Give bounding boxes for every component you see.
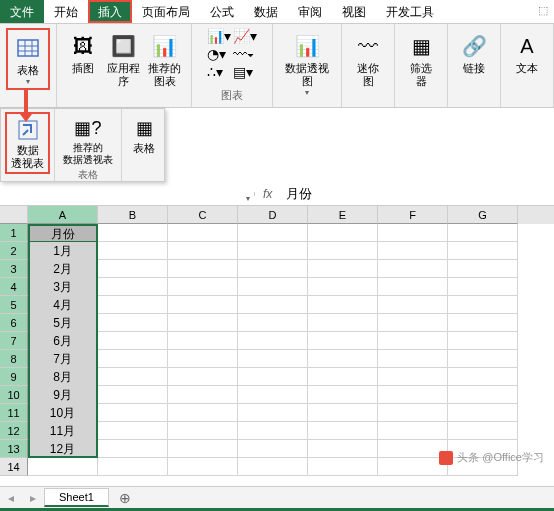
row-header[interactable]: 7 bbox=[0, 332, 28, 350]
cell[interactable] bbox=[308, 260, 378, 278]
row-header[interactable]: 8 bbox=[0, 350, 28, 368]
cell[interactable] bbox=[378, 242, 448, 260]
sheet-nav-prev[interactable]: ◂ bbox=[0, 491, 22, 505]
cell[interactable] bbox=[168, 422, 238, 440]
pictures-button[interactable]: 🖼 插图 bbox=[63, 28, 103, 90]
tab-dev[interactable]: 开发工具 bbox=[376, 0, 444, 23]
cell[interactable] bbox=[168, 224, 238, 242]
cell[interactable]: 8月 bbox=[28, 368, 98, 386]
cell[interactable] bbox=[98, 404, 168, 422]
cell[interactable] bbox=[238, 350, 308, 368]
col-header-b[interactable]: B bbox=[98, 206, 168, 224]
cell[interactable] bbox=[378, 404, 448, 422]
cell[interactable] bbox=[378, 260, 448, 278]
row-header[interactable]: 13 bbox=[0, 440, 28, 458]
row-header[interactable]: 14 bbox=[0, 458, 28, 476]
cell[interactable] bbox=[238, 332, 308, 350]
cell[interactable] bbox=[308, 278, 378, 296]
cell[interactable] bbox=[378, 224, 448, 242]
cell[interactable] bbox=[238, 422, 308, 440]
col-header-f[interactable]: F bbox=[378, 206, 448, 224]
cell[interactable] bbox=[168, 260, 238, 278]
cell[interactable] bbox=[308, 368, 378, 386]
col-header-c[interactable]: C bbox=[168, 206, 238, 224]
cell[interactable]: 5月 bbox=[28, 314, 98, 332]
collapse-ribbon-icon[interactable]: ⬚ bbox=[538, 4, 548, 17]
cell[interactable] bbox=[378, 458, 448, 476]
cell[interactable] bbox=[448, 404, 518, 422]
cell[interactable] bbox=[168, 332, 238, 350]
sparklines-button[interactable]: 〰 迷你图 bbox=[348, 28, 388, 90]
cell[interactable] bbox=[308, 458, 378, 476]
cell[interactable] bbox=[308, 404, 378, 422]
cell[interactable] bbox=[448, 278, 518, 296]
cell[interactable] bbox=[238, 458, 308, 476]
cell[interactable] bbox=[168, 350, 238, 368]
cell[interactable] bbox=[98, 332, 168, 350]
cell[interactable] bbox=[98, 224, 168, 242]
cell[interactable] bbox=[448, 332, 518, 350]
row-header[interactable]: 3 bbox=[0, 260, 28, 278]
recommended-pivot-button[interactable]: ▦? 推荐的 数据透视表 bbox=[59, 112, 117, 168]
cell[interactable]: 2月 bbox=[28, 260, 98, 278]
cell[interactable] bbox=[98, 422, 168, 440]
sheet-tab[interactable]: Sheet1 bbox=[44, 488, 109, 507]
col-header-a[interactable]: A bbox=[28, 206, 98, 224]
cell[interactable] bbox=[168, 440, 238, 458]
tables-button[interactable]: 表格 ▾ bbox=[6, 28, 50, 90]
cell[interactable] bbox=[168, 368, 238, 386]
cell[interactable] bbox=[378, 350, 448, 368]
cell[interactable]: 4月 bbox=[28, 296, 98, 314]
cell[interactable] bbox=[98, 314, 168, 332]
cell[interactable]: 月份 bbox=[28, 224, 98, 242]
tab-file[interactable]: 文件 bbox=[0, 0, 44, 23]
cell[interactable] bbox=[238, 368, 308, 386]
cell[interactable] bbox=[28, 458, 98, 476]
cell[interactable] bbox=[378, 440, 448, 458]
col-header-e[interactable]: E bbox=[308, 206, 378, 224]
cell[interactable] bbox=[378, 368, 448, 386]
cell[interactable] bbox=[168, 278, 238, 296]
cell[interactable]: 11月 bbox=[28, 422, 98, 440]
tab-layout[interactable]: 页面布局 bbox=[132, 0, 200, 23]
row-header[interactable]: 6 bbox=[0, 314, 28, 332]
cell[interactable] bbox=[448, 224, 518, 242]
cell[interactable] bbox=[98, 296, 168, 314]
bar-chart-icon[interactable]: 📊▾ bbox=[207, 28, 231, 44]
cell[interactable] bbox=[308, 386, 378, 404]
cell[interactable] bbox=[448, 314, 518, 332]
cell[interactable] bbox=[168, 314, 238, 332]
scatter-chart-icon[interactable]: ∴▾ bbox=[207, 64, 231, 80]
cell[interactable]: 12月 bbox=[28, 440, 98, 458]
cell[interactable] bbox=[98, 368, 168, 386]
spreadsheet-grid[interactable]: A B C D E F G 1 月份 2 1月 3 2月 4 3月 5 4月 6… bbox=[0, 206, 554, 486]
row-header[interactable]: 4 bbox=[0, 278, 28, 296]
pie-chart-icon[interactable]: ◔▾ bbox=[207, 46, 231, 62]
cell[interactable] bbox=[168, 458, 238, 476]
cell[interactable]: 3月 bbox=[28, 278, 98, 296]
other-chart-icon[interactable]: ▤▾ bbox=[233, 64, 257, 80]
row-header[interactable]: 12 bbox=[0, 422, 28, 440]
cell[interactable] bbox=[448, 260, 518, 278]
cell[interactable] bbox=[378, 278, 448, 296]
row-header[interactable]: 9 bbox=[0, 368, 28, 386]
name-box[interactable]: ▾ bbox=[165, 192, 255, 196]
cell[interactable] bbox=[238, 296, 308, 314]
cell[interactable] bbox=[308, 350, 378, 368]
tab-insert[interactable]: 插入 bbox=[88, 0, 132, 23]
cell[interactable] bbox=[98, 242, 168, 260]
cell[interactable] bbox=[378, 332, 448, 350]
cell[interactable] bbox=[378, 386, 448, 404]
cell[interactable] bbox=[238, 260, 308, 278]
cell[interactable] bbox=[238, 404, 308, 422]
cell[interactable] bbox=[308, 440, 378, 458]
cell[interactable] bbox=[308, 332, 378, 350]
cell[interactable] bbox=[238, 278, 308, 296]
row-header[interactable]: 2 bbox=[0, 242, 28, 260]
sheet-nav-next[interactable]: ▸ bbox=[22, 491, 44, 505]
recommended-charts-button[interactable]: 📊 推荐的 图表 bbox=[144, 28, 185, 90]
cell[interactable] bbox=[168, 404, 238, 422]
cell[interactable] bbox=[448, 368, 518, 386]
cell[interactable] bbox=[238, 224, 308, 242]
hyperlink-button[interactable]: 🔗 链接 bbox=[454, 28, 494, 77]
